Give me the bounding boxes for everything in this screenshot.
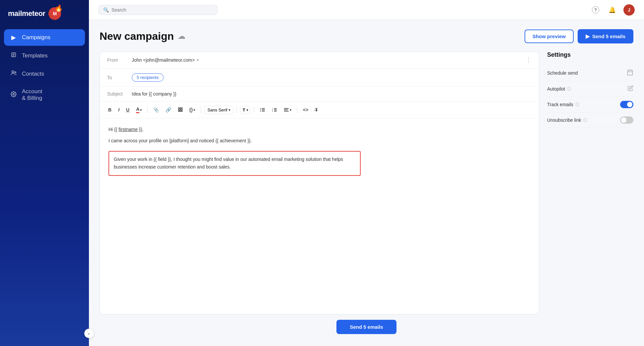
toolbar-separator-4	[254, 106, 254, 113]
svg-text:3: 3	[272, 110, 273, 112]
underline-button[interactable]: U	[124, 105, 132, 114]
italic-button[interactable]: I	[116, 105, 122, 114]
chevron-left-icon: ‹	[88, 331, 90, 336]
help-button[interactable]: ?	[590, 5, 601, 15]
from-dropdown-icon[interactable]: ▾	[197, 58, 199, 62]
intro-line: I came across your profile on [platform]…	[108, 137, 530, 145]
track-emails-label: Track emails ⓘ	[547, 102, 579, 107]
subject-value[interactable]: Idea for {{ company }}	[132, 91, 177, 97]
font-size-icon: T	[243, 107, 245, 112]
more-options-icon[interactable]: ⋮	[526, 56, 532, 64]
image-button[interactable]: 🖼	[176, 105, 185, 114]
track-emails-toggle[interactable]	[620, 101, 633, 108]
settings-title: Settings	[547, 51, 633, 58]
main-row: From John <john@mailmeteor.com> ▾ ⋮ To 5…	[100, 51, 633, 314]
templates-icon	[10, 52, 17, 59]
topbar: 🔍 ? 🔔 J	[89, 0, 644, 20]
autopilot-row: Autopilot ⓘ	[547, 81, 633, 97]
numbered-list-button[interactable]: 123	[269, 106, 279, 114]
sidebar-item-label: Contacts	[22, 71, 44, 77]
svg-point-4	[12, 71, 14, 73]
dropdown-arrow: ▾	[193, 108, 195, 112]
font-family-selector[interactable]: Sans Serif ▾	[204, 106, 233, 114]
svg-point-6	[13, 93, 15, 95]
logo-icon: 🔥 M	[48, 7, 61, 20]
help-icon: ?	[592, 6, 599, 14]
sidebar-item-contacts[interactable]: Contacts	[4, 65, 85, 82]
sidebar-item-templates[interactable]: Templates	[4, 47, 85, 64]
to-value: 5 recipients	[132, 73, 164, 82]
from-value: John <john@mailmeteor.com> ▾	[132, 57, 199, 63]
clear-format-button[interactable]: T̶	[313, 105, 321, 114]
logo-text: mailmeteor	[8, 9, 45, 18]
send-emails-button[interactable]: ▶ Send 5 emails	[578, 29, 633, 43]
campaigns-icon: ▶	[10, 34, 17, 41]
text-color-button[interactable]: A ▾	[134, 105, 144, 115]
link-button[interactable]: 🔗	[163, 105, 174, 114]
sidebar: mailmeteor 🔥 M ▶ Campaigns Templates Con…	[0, 0, 89, 346]
variables-button[interactable]: {} ▾	[187, 105, 197, 114]
editor-toolbar: B I U A ▾ 📎 🔗 🖼 {} ▾	[100, 102, 539, 118]
dropdown-arrow: ▾	[140, 108, 142, 112]
bold-button[interactable]: B	[106, 105, 114, 114]
account-icon	[10, 91, 17, 99]
sidebar-item-campaigns[interactable]: ▶ Campaigns	[4, 29, 85, 46]
editor-body[interactable]: Hi {{ firstname }}, I came across your p…	[100, 118, 539, 314]
send-arrow-icon: ▶	[586, 33, 590, 39]
svg-point-12	[260, 111, 261, 111]
bottom-send-button[interactable]: Send 5 emails	[336, 320, 396, 334]
schedule-send-label: Schedule send	[547, 70, 578, 76]
contacts-icon	[10, 70, 17, 78]
search-icon: 🔍	[103, 7, 109, 13]
notifications-button[interactable]: 🔔	[607, 5, 617, 15]
sidebar-item-label: Account& Billing	[22, 88, 42, 102]
dropdown-arrow: ▾	[229, 108, 230, 112]
field-actions: ⋮	[526, 56, 532, 64]
collapse-sidebar-button[interactable]: ‹	[84, 329, 94, 338]
recipients-badge[interactable]: 5 recipients	[132, 73, 164, 82]
edit-icon[interactable]	[627, 85, 633, 93]
svg-point-10	[260, 108, 261, 109]
show-preview-button[interactable]: Show preview	[525, 30, 574, 43]
track-emails-info-icon[interactable]: ⓘ	[575, 102, 579, 107]
sidebar-item-label: Templates	[22, 52, 47, 59]
unsubscribe-info-icon[interactable]: ⓘ	[583, 117, 587, 123]
campaign-header: New campaign ☁ Show preview ▶ Send 5 ema…	[100, 29, 633, 43]
greeting-line: Hi {{ firstname }},	[108, 126, 530, 134]
unsubscribe-link-row: Unsubscribe link ⓘ	[547, 112, 633, 128]
bell-icon: 🔔	[608, 6, 616, 14]
to-label: To	[107, 75, 126, 80]
dropdown-arrow: ▾	[290, 108, 291, 112]
svg-rect-22	[628, 70, 633, 75]
header-actions: Show preview ▶ Send 5 emails	[525, 29, 633, 43]
track-emails-row: Track emails ⓘ	[547, 97, 633, 112]
toolbar-separator-2	[201, 106, 201, 113]
sidebar-item-account[interactable]: Account& Billing	[4, 84, 85, 106]
highlighted-paragraph: Given your work in {{ field }}, I though…	[108, 151, 361, 176]
font-size-selector[interactable]: T ▾	[240, 106, 250, 114]
topbar-right: ? 🔔 J	[590, 4, 635, 16]
toolbar-separator-5	[297, 106, 297, 113]
search-input[interactable]	[111, 7, 213, 13]
avatar[interactable]: J	[623, 4, 635, 16]
to-field: To 5 recipients	[100, 69, 539, 87]
attach-button[interactable]: 📎	[151, 105, 161, 114]
cloud-icon: ☁	[178, 32, 185, 41]
unsubscribe-link-label: Unsubscribe link ⓘ	[547, 117, 587, 123]
from-label: From	[107, 57, 126, 63]
search-box[interactable]: 🔍	[98, 5, 218, 15]
subject-field: Subject Idea for {{ company }}	[100, 87, 539, 102]
email-composer: From John <john@mailmeteor.com> ▾ ⋮ To 5…	[100, 51, 539, 314]
subject-label: Subject	[107, 91, 126, 97]
main-content: 🔍 ? 🔔 J New campaign ☁ Show preview ▶	[89, 0, 644, 346]
bottom-bar: Send 5 emails	[100, 314, 633, 337]
dropdown-arrow: ▾	[247, 108, 248, 112]
code-button[interactable]: <>	[301, 105, 311, 114]
bullet-list-button[interactable]	[257, 106, 267, 114]
sidebar-item-label: Campaigns	[22, 34, 50, 41]
align-button[interactable]: ▾	[281, 106, 294, 114]
autopilot-info-icon[interactable]: ⓘ	[567, 86, 571, 92]
toolbar-separator-3	[237, 106, 237, 113]
calendar-icon[interactable]	[627, 69, 633, 77]
unsubscribe-link-toggle[interactable]	[620, 116, 633, 124]
